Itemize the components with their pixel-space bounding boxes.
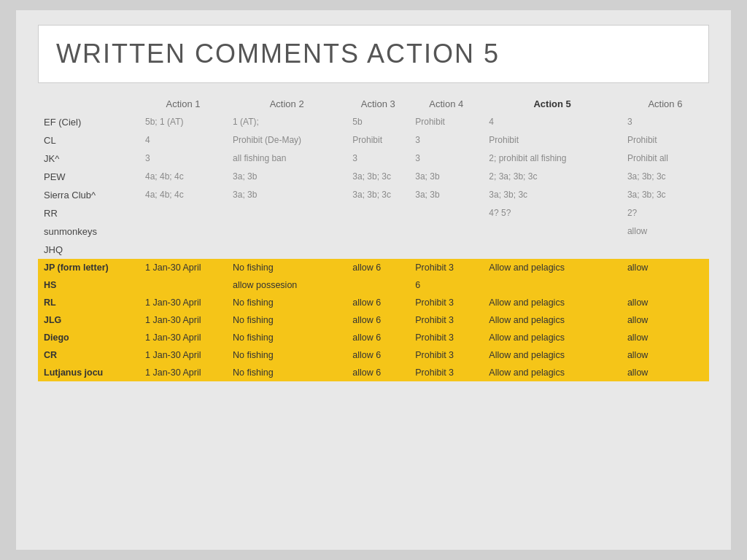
cell-a5: Allow and pelagics: [483, 346, 622, 364]
cell-a3: [347, 204, 409, 222]
cell-name: Lutjanus jocu: [38, 364, 139, 381]
header-action4: Action 4: [409, 95, 483, 113]
cell-a5: [483, 222, 622, 241]
cell-a1: [139, 241, 227, 259]
cell-a4: 3: [409, 131, 483, 149]
table-header-row: Action 1 Action 2 Action 3 Action 4 Acti…: [38, 95, 709, 113]
header-action3: Action 3: [347, 95, 409, 113]
cell-name: JP (form letter): [38, 259, 139, 276]
header-action1: Action 1: [139, 95, 227, 113]
cell-a1: 4a; 4b; 4c: [139, 186, 227, 204]
cell-a1: 4a; 4b; 4c: [139, 168, 227, 186]
cell-a4: [409, 241, 483, 259]
cell-a3: 3: [347, 149, 409, 168]
cell-a1: [139, 204, 227, 222]
cell-a2: 1 (AT);: [227, 113, 347, 131]
cell-a1: 1 Jan-30 April: [139, 346, 227, 364]
cell-a3: 3a; 3b; 3c: [347, 168, 409, 186]
cell-a6: Prohibit all: [622, 149, 709, 168]
cell-a6: [622, 276, 709, 294]
cell-a2: allow possesion: [227, 276, 347, 294]
header-name: [38, 95, 139, 113]
cell-a6: 3a; 3b; 3c: [622, 168, 709, 186]
cell-a1: 1 Jan-30 April: [139, 294, 227, 311]
cell-a3: [347, 276, 409, 294]
cell-a5: 3a; 3b; 3c: [483, 186, 622, 204]
cell-a6: allow: [622, 294, 709, 311]
cell-a3: allow 6: [347, 364, 409, 381]
cell-a1: 1 Jan-30 April: [139, 364, 227, 381]
cell-name: sunmonkeys: [38, 222, 139, 241]
table-row: PEW4a; 4b; 4c3a; 3b3a; 3b; 3c3a; 3b2; 3a…: [38, 168, 709, 186]
cell-a4: Prohibit 3: [409, 329, 483, 346]
cell-a3: 3a; 3b; 3c: [347, 186, 409, 204]
cell-a2: [227, 204, 347, 222]
table-row: Sierra Club^4a; 4b; 4c3a; 3b3a; 3b; 3c3a…: [38, 186, 709, 204]
table-row: JHQ: [38, 241, 709, 259]
cell-a1: 1 Jan-30 April: [139, 311, 227, 329]
table-row: CR1 Jan-30 AprilNo fishingallow 6Prohibi…: [38, 346, 709, 364]
cell-a6: Prohibit: [622, 131, 709, 149]
cell-a2: No fishing: [227, 346, 347, 364]
cell-a6: allow: [622, 364, 709, 381]
table-row: JP (form letter)1 Jan-30 AprilNo fishing…: [38, 259, 709, 276]
cell-name: JK^: [38, 149, 139, 168]
cell-a5: 4: [483, 113, 622, 131]
data-table: Action 1 Action 2 Action 3 Action 4 Acti…: [38, 95, 709, 381]
cell-a1: 4: [139, 131, 227, 149]
cell-a5: Allow and pelagics: [483, 311, 622, 329]
cell-a1: 1 Jan-30 April: [139, 329, 227, 346]
table-row: sunmonkeysallow: [38, 222, 709, 241]
cell-a3: Prohibit: [347, 131, 409, 149]
cell-a2: No fishing: [227, 364, 347, 381]
slide: WRITTEN COMMENTS ACTION 5 Action 1 Actio…: [16, 10, 731, 550]
cell-a5: Allow and pelagics: [483, 294, 622, 311]
cell-a2: [227, 241, 347, 259]
cell-a4: Prohibit 3: [409, 259, 483, 276]
cell-a2: No fishing: [227, 294, 347, 311]
cell-a1: [139, 222, 227, 241]
cell-a2: all fishing ban: [227, 149, 347, 168]
cell-name: CL: [38, 131, 139, 149]
title-box: WRITTEN COMMENTS ACTION 5: [38, 25, 709, 83]
cell-a5: 2; 3a; 3b; 3c: [483, 168, 622, 186]
table-row: RR4? 5?2?: [38, 204, 709, 222]
cell-name: RR: [38, 204, 139, 222]
table-row: CL4Prohibit (De-May)Prohibit3ProhibitPro…: [38, 131, 709, 149]
cell-a1: 5b; 1 (AT): [139, 113, 227, 131]
cell-a3: allow 6: [347, 311, 409, 329]
cell-a5: Prohibit: [483, 131, 622, 149]
cell-name: CR: [38, 346, 139, 364]
cell-a1: 1 Jan-30 April: [139, 259, 227, 276]
cell-a5: 4? 5?: [483, 204, 622, 222]
cell-a2: [227, 222, 347, 241]
cell-a3: allow 6: [347, 346, 409, 364]
cell-name: Diego: [38, 329, 139, 346]
cell-a6: allow: [622, 222, 709, 241]
cell-name: Sierra Club^: [38, 186, 139, 204]
cell-a4: 3: [409, 149, 483, 168]
cell-a4: Prohibit 3: [409, 311, 483, 329]
header-action5: Action 5: [483, 95, 622, 113]
cell-a6: allow: [622, 329, 709, 346]
cell-a3: [347, 241, 409, 259]
table-row: EF (Ciel)5b; 1 (AT)1 (AT);5bProhibit43: [38, 113, 709, 131]
header-action2: Action 2: [227, 95, 347, 113]
cell-a6: allow: [622, 259, 709, 276]
table-row: JLG1 Jan-30 AprilNo fishingallow 6Prohib…: [38, 311, 709, 329]
cell-a3: 5b: [347, 113, 409, 131]
cell-a4: [409, 222, 483, 241]
cell-a4: Prohibit 3: [409, 364, 483, 381]
cell-a4: [409, 204, 483, 222]
cell-name: HS: [38, 276, 139, 294]
cell-a2: 3a; 3b: [227, 168, 347, 186]
cell-name: RL: [38, 294, 139, 311]
cell-a5: Allow and pelagics: [483, 364, 622, 381]
cell-a4: 6: [409, 276, 483, 294]
table-row: JK^3all fishing ban332; prohibit all fis…: [38, 149, 709, 168]
cell-name: JLG: [38, 311, 139, 329]
cell-a2: No fishing: [227, 329, 347, 346]
cell-a6: 3a; 3b; 3c: [622, 186, 709, 204]
cell-a3: [347, 222, 409, 241]
cell-a6: allow: [622, 311, 709, 329]
